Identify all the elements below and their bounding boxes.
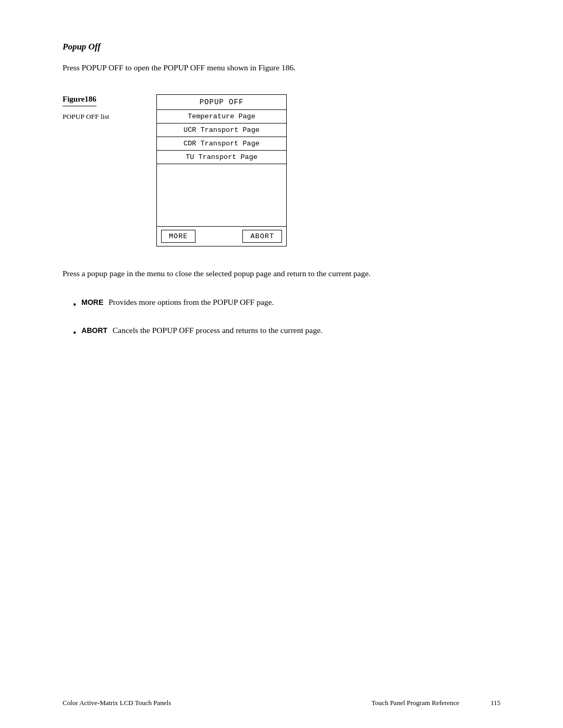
body-text: Press a popup page in the menu to close …	[63, 267, 469, 280]
section-heading: Popup Off	[63, 42, 500, 52]
popup-menu-buttons: MORE ABORT	[157, 227, 286, 246]
bullet-keyword-abort: ABORT	[81, 326, 107, 335]
footer-left: Color Active-Matrix LCD Touch Panels	[63, 699, 171, 707]
bullet-list: • MORE Provides more options from the PO…	[73, 296, 500, 341]
figure-caption: POPUP OFF list	[63, 113, 156, 121]
popup-menu-item-3[interactable]: TU Transport Page	[157, 151, 286, 164]
bullet-dot-abort: •	[73, 326, 76, 341]
figure-label: Figure186	[63, 95, 96, 106]
bullet-text-abort: Cancels the POPUP OFF process and return…	[113, 326, 323, 335]
abort-button[interactable]: ABORT	[242, 230, 282, 243]
footer-page: 115	[491, 699, 500, 707]
bullet-dot-more: •	[73, 298, 76, 313]
intro-text: Press POPUP OFF to open the POPUP OFF me…	[63, 61, 500, 73]
footer: Color Active-Matrix LCD Touch Panels Tou…	[0, 699, 563, 707]
popup-menu-title: POPUP OFF	[157, 95, 286, 110]
popup-menu-item-0[interactable]: Temperature Page	[157, 110, 286, 124]
page-container: Popup Off Press POPUP OFF to open the PO…	[0, 0, 563, 728]
footer-center: Touch Panel Program Reference	[372, 699, 459, 707]
figure-area: Figure186 POPUP OFF list POPUP OFF Tempe…	[63, 94, 500, 246]
bullet-item-more: • MORE Provides more options from the PO…	[73, 296, 500, 313]
bullet-item-abort: • ABORT Cancels the POPUP OFF process an…	[73, 324, 500, 341]
figure-label-area: Figure186 POPUP OFF list	[63, 94, 156, 121]
popup-menu-item-2[interactable]: CDR Transport Page	[157, 137, 286, 151]
popup-menu-empty-area	[157, 164, 286, 227]
footer-right: Touch Panel Program Reference 115	[372, 699, 500, 707]
popup-menu-item-1[interactable]: UCR Transport Page	[157, 124, 286, 137]
bullet-text-more: Provides more options from the POPUP OFF…	[108, 298, 274, 306]
bullet-keyword-more: MORE	[81, 298, 103, 306]
popup-menu-box: POPUP OFF Temperature Page UCR Transport…	[156, 94, 287, 246]
more-button[interactable]: MORE	[161, 230, 195, 243]
